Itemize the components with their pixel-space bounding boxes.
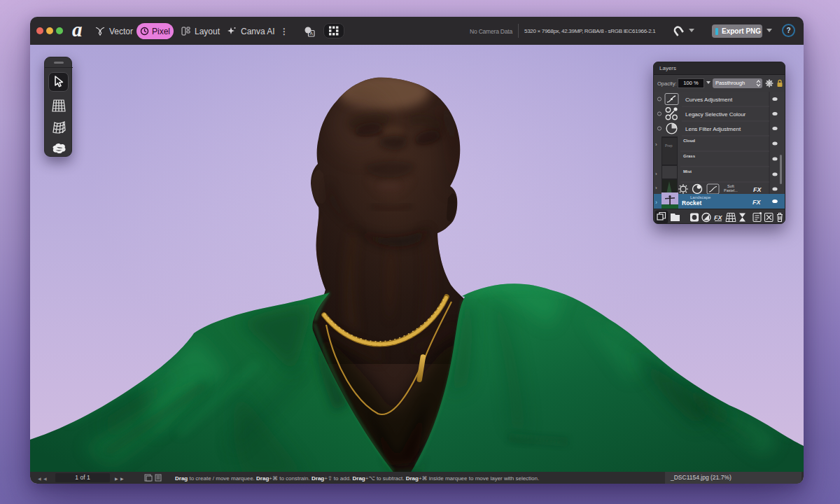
svg-text:A: A: [310, 31, 314, 36]
svg-text:Cloud: Cloud: [683, 139, 695, 143]
svg-text:Pastel...: Pastel...: [724, 188, 738, 192]
svg-text:Mist: Mist: [683, 169, 692, 174]
svg-text:Grass: Grass: [683, 154, 696, 158]
svg-text:›: ›: [655, 185, 657, 191]
svg-text:›: ›: [655, 171, 657, 177]
svg-text:Rocket: Rocket: [682, 200, 702, 206]
svg-text:FX: FX: [714, 214, 722, 221]
svg-text:›: ›: [655, 199, 657, 206]
svg-text:FX: FX: [753, 186, 762, 193]
svg-text:Curves Adjustment: Curves Adjustment: [685, 97, 733, 103]
svg-text:Prep: Prep: [665, 144, 673, 148]
svg-text:Soft: Soft: [727, 184, 734, 188]
svg-text:›: ›: [655, 141, 657, 148]
svg-text:Legacy Selective Colour: Legacy Selective Colour: [685, 111, 746, 118]
svg-text:Lens Filter Adjustment: Lens Filter Adjustment: [685, 126, 741, 132]
svg-text:FX: FX: [752, 199, 761, 206]
